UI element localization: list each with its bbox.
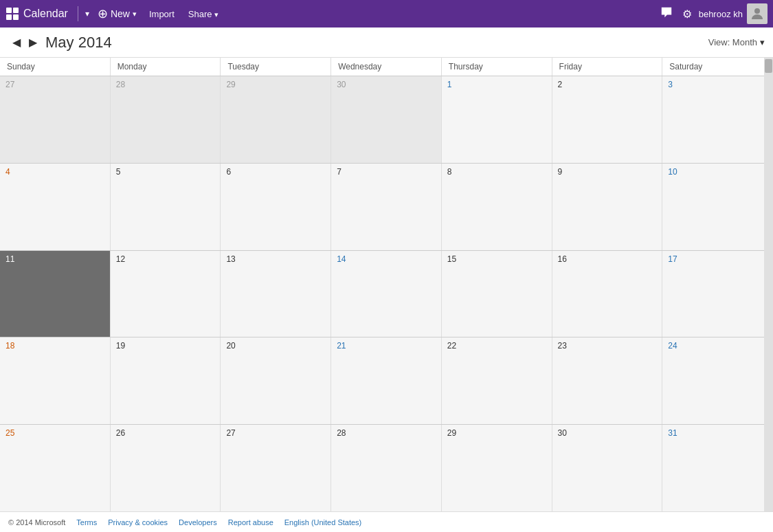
- day-cell[interactable]: 4: [0, 164, 111, 250]
- day-cell[interactable]: 21: [331, 337, 442, 424]
- day-cell[interactable]: 22: [442, 337, 552, 424]
- day-cell[interactable]: 10: [662, 164, 773, 250]
- day-number: 6: [226, 167, 231, 177]
- day-cell[interactable]: 15: [442, 251, 552, 337]
- import-button[interactable]: Import: [142, 6, 181, 22]
- day-cell[interactable]: 20: [221, 337, 331, 424]
- day-number: 28: [116, 80, 125, 89]
- scrollbar[interactable]: [764, 58, 773, 511]
- day-cell[interactable]: 6: [221, 164, 331, 250]
- day-cell[interactable]: 2: [552, 76, 663, 163]
- day-cell[interactable]: 30: [331, 76, 442, 163]
- month-title: May 2014: [45, 34, 112, 52]
- share-button[interactable]: Share ▾: [181, 6, 225, 22]
- avatar[interactable]: [747, 3, 768, 24]
- day-cell[interactable]: 3: [662, 76, 773, 163]
- svg-rect-3: [13, 14, 19, 20]
- day-number: 19: [116, 341, 125, 351]
- day-cell[interactable]: 17: [662, 251, 773, 337]
- view-label: View: Month: [708, 37, 757, 47]
- svg-rect-0: [6, 8, 12, 13]
- prev-month-button[interactable]: ◀: [8, 33, 25, 52]
- day-header: Tuesday: [221, 58, 331, 76]
- day-number: 17: [668, 254, 677, 264]
- settings-icon-button[interactable]: ⚙: [680, 5, 695, 23]
- day-number: 27: [5, 80, 14, 89]
- share-label: Share: [188, 9, 212, 19]
- day-cell[interactable]: 30: [552, 425, 663, 511]
- chat-icon-button[interactable]: [658, 3, 675, 24]
- day-cell[interactable]: 27: [0, 76, 111, 163]
- day-number: 18: [5, 341, 14, 351]
- day-number: 1: [447, 80, 452, 89]
- day-number: 8: [447, 167, 452, 177]
- new-button[interactable]: ⊕ New ▾: [92, 3, 142, 24]
- new-label: New: [111, 8, 130, 19]
- language-link[interactable]: English (United States): [284, 518, 362, 527]
- day-cell[interactable]: 8: [442, 164, 552, 250]
- day-number: 2: [558, 80, 563, 89]
- terms-link[interactable]: Terms: [76, 518, 97, 527]
- week-row: 11121314151617: [0, 251, 773, 338]
- day-cell[interactable]: 29: [221, 76, 331, 163]
- day-number: 9: [558, 167, 563, 177]
- view-select[interactable]: View: Month ▾: [708, 37, 765, 47]
- day-header: Saturday: [662, 58, 773, 76]
- day-cell[interactable]: 9: [552, 164, 663, 250]
- user-icon: [749, 5, 765, 22]
- day-cell[interactable]: 28: [331, 425, 442, 511]
- day-header: Monday: [111, 58, 221, 76]
- nav-bar: ◀ ▶ May 2014 View: Month ▾: [0, 27, 773, 58]
- week-row: 45678910: [0, 164, 773, 251]
- app-icon: Calendar: [5, 7, 71, 21]
- weeks: 2728293012345678910111213141516171819202…: [0, 76, 773, 511]
- next-month-button[interactable]: ▶: [25, 33, 41, 52]
- view-chevron-icon: ▾: [760, 37, 765, 47]
- day-cell[interactable]: 27: [221, 425, 331, 511]
- day-number: 29: [447, 428, 456, 438]
- day-number: 13: [226, 254, 235, 264]
- day-number: 7: [337, 167, 341, 177]
- day-cell[interactable]: 11: [0, 251, 111, 337]
- day-cell[interactable]: 16: [552, 251, 663, 337]
- scroll-thumb[interactable]: [765, 59, 772, 73]
- day-cell[interactable]: 26: [111, 425, 221, 511]
- developers-link[interactable]: Developers: [179, 518, 217, 527]
- day-cell[interactable]: 31: [662, 425, 773, 511]
- day-cell[interactable]: 24: [662, 337, 773, 424]
- day-cell[interactable]: 23: [552, 337, 663, 424]
- day-cell[interactable]: 13: [221, 251, 331, 337]
- day-cell[interactable]: 1: [442, 76, 552, 163]
- day-cell[interactable]: 18: [0, 337, 111, 424]
- user-name: behrooz kh: [699, 9, 743, 19]
- day-number: 30: [337, 80, 346, 89]
- day-number: 31: [668, 428, 677, 438]
- day-number: 4: [5, 167, 10, 177]
- svg-point-4: [754, 8, 760, 14]
- chat-icon: [660, 6, 673, 19]
- day-cell[interactable]: 7: [331, 164, 442, 250]
- day-number: 26: [116, 428, 125, 438]
- day-number: 10: [668, 167, 677, 177]
- week-row: 27282930123: [0, 76, 773, 164]
- header-divider: [78, 6, 78, 21]
- day-cell[interactable]: 14: [331, 251, 442, 337]
- day-cell[interactable]: 25: [0, 425, 111, 511]
- day-cell[interactable]: 5: [111, 164, 221, 250]
- day-number: 24: [668, 341, 677, 351]
- report-abuse-link[interactable]: Report abuse: [228, 518, 273, 527]
- day-number: 25: [5, 428, 14, 438]
- day-cell[interactable]: 28: [111, 76, 221, 163]
- app-chevron-button[interactable]: ▾: [82, 8, 92, 20]
- day-header: Thursday: [442, 58, 552, 76]
- day-number: 15: [447, 254, 456, 264]
- day-number: 11: [5, 254, 14, 264]
- header-nav: Import Share ▾: [142, 6, 225, 22]
- day-number: 23: [558, 341, 567, 351]
- day-cell[interactable]: 29: [442, 425, 552, 511]
- svg-rect-1: [13, 8, 19, 13]
- day-cell[interactable]: 12: [111, 251, 221, 337]
- day-cell[interactable]: 19: [111, 337, 221, 424]
- privacy-link[interactable]: Privacy & cookies: [108, 518, 168, 527]
- day-number: 21: [337, 341, 346, 351]
